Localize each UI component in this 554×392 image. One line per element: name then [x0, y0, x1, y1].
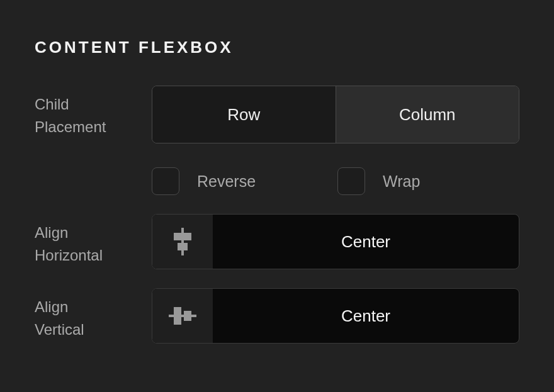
align-horizontal-label: Align Horizontal	[35, 221, 152, 267]
reverse-label: Reverse	[197, 172, 256, 191]
svg-rect-3	[169, 315, 196, 317]
child-placement-label: Child Placement	[35, 93, 152, 138]
align-horizontal-center-icon	[152, 215, 213, 269]
segment-column[interactable]: Column	[336, 86, 519, 143]
align-vertical-value: Center	[213, 289, 519, 343]
align-horizontal-value: Center	[213, 215, 519, 269]
section-title: CONTENT FLEXBOX	[35, 38, 519, 57]
align-vertical-label: Align Vertical	[35, 296, 152, 341]
svg-rect-4	[174, 307, 181, 325]
child-placement-segmented: Row Column	[152, 86, 519, 143]
svg-rect-5	[184, 311, 191, 321]
align-horizontal-dropdown[interactable]: Center	[152, 214, 519, 269]
reverse-checkbox[interactable]	[152, 167, 179, 195]
align-vertical-center-icon	[152, 289, 213, 343]
svg-rect-1	[174, 233, 191, 240]
wrap-checkbox[interactable]	[337, 167, 365, 195]
wrap-label: Wrap	[383, 172, 420, 191]
align-vertical-dropdown[interactable]: Center	[152, 288, 519, 344]
segment-row[interactable]: Row	[152, 86, 336, 143]
svg-rect-2	[178, 243, 188, 250]
svg-rect-0	[181, 228, 184, 255]
